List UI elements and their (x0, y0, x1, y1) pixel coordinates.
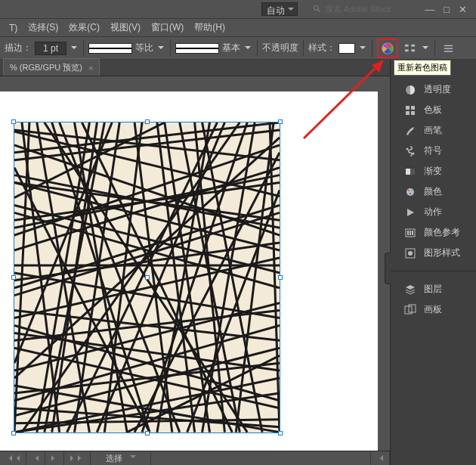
workspace-switcher[interactable]: 自动 (261, 2, 298, 16)
artboard[interactable] (0, 91, 378, 454)
menu-view[interactable]: 视图(V) (106, 20, 145, 36)
brush-icon (404, 125, 416, 137)
svg-line-1 (318, 10, 320, 12)
artboards-icon (404, 304, 416, 316)
panel-transparency[interactable]: 透明度 (391, 79, 476, 100)
status-tool[interactable]: 选择 (91, 451, 151, 465)
svg-rect-83 (411, 111, 415, 115)
handle-mr[interactable] (278, 275, 283, 280)
svg-rect-3 (404, 45, 408, 47)
handle-ml[interactable] (11, 275, 16, 280)
stroke-weight-drop[interactable] (70, 42, 79, 54)
graphic-style-drop[interactable] (358, 42, 367, 54)
menu-lines-icon (443, 42, 454, 54)
svg-rect-80 (406, 106, 410, 110)
profile-swatch[interactable] (88, 43, 132, 54)
control-bar: 描边： 1 pt 等比 基本 不透明度 样式： (0, 37, 476, 60)
stroke-label: 描边： (5, 42, 32, 54)
handle-tm[interactable] (145, 119, 150, 124)
panel-layers[interactable]: 图层 (391, 279, 476, 299)
nav-next[interactable] (45, 451, 64, 465)
graphic-style-swatch[interactable] (338, 43, 355, 54)
svg-point-97 (408, 251, 413, 256)
align-button[interactable] (401, 40, 418, 57)
handle-bm[interactable] (145, 431, 150, 436)
canvas-area[interactable] (0, 76, 390, 451)
graphic-styles-icon (404, 247, 416, 259)
panel-color[interactable]: 颜色 (391, 181, 476, 202)
window-controls: — □ ✕ (425, 4, 471, 15)
profile-label: 等比 (135, 42, 153, 54)
handle-tr[interactable] (278, 119, 283, 124)
document-tab-label: % (RGB/GPU 预览) (10, 62, 82, 73)
color-wheel-icon (381, 42, 394, 55)
svg-point-91 (410, 193, 411, 194)
profile-drop[interactable] (156, 42, 165, 54)
color-icon (404, 186, 416, 198)
menu-type[interactable]: T) (5, 21, 22, 35)
document-tab[interactable]: % (RGB/GPU 预览) × (3, 58, 100, 76)
play-icon (404, 206, 416, 219)
close-button[interactable]: ✕ (459, 4, 467, 15)
svg-point-85 (413, 152, 415, 154)
recolor-artwork-button[interactable] (377, 39, 398, 58)
maximize-button[interactable]: □ (444, 4, 450, 15)
menu-bar: T) 选择(S) 效果(C) 视图(V) 窗口(W) 帮助(H) (0, 19, 476, 37)
panel-menu-button[interactable] (440, 40, 456, 57)
panel-gradient[interactable]: 渐变 (391, 161, 476, 181)
panel-symbols[interactable]: 符号 (391, 141, 476, 161)
svg-point-89 (408, 190, 410, 191)
svg-point-0 (314, 6, 319, 11)
tab-close-button[interactable]: × (88, 64, 93, 73)
panel-collapse-handle[interactable] (385, 253, 391, 284)
menu-effect[interactable]: 效果(C) (64, 20, 104, 36)
symbol-icon (404, 145, 416, 157)
transparency-icon (404, 84, 416, 96)
search-stock[interactable]: 搜索 Adobe Stock (313, 4, 391, 15)
minimize-button[interactable]: — (425, 4, 434, 15)
svg-rect-87 (406, 169, 410, 175)
opacity-label[interactable]: 不透明度 (262, 42, 298, 54)
status-bar: 选择 (0, 451, 390, 465)
selection-bounding-box[interactable] (14, 122, 280, 433)
search-icon (313, 5, 322, 14)
panel-color-guide[interactable]: 颜色参考 (391, 222, 476, 243)
brush-swatch[interactable] (175, 43, 219, 54)
panel-swatches[interactable]: 色板 (391, 100, 476, 120)
brush-label: 基本 (222, 42, 240, 54)
color-guide-icon (404, 227, 416, 239)
panel-actions[interactable]: 动作 (391, 202, 476, 222)
stroke-weight-input[interactable]: 1 pt (35, 42, 66, 55)
nav-last[interactable] (64, 451, 91, 465)
svg-point-90 (411, 190, 413, 191)
svg-rect-9 (444, 51, 452, 51)
graphic-style-label: 样式： (308, 42, 335, 54)
scroll-left[interactable] (371, 451, 390, 465)
recolor-tooltip: 重新着色图稿 (394, 60, 451, 76)
title-bar: 自动 搜索 Adobe Stock — □ ✕ (0, 0, 476, 19)
svg-rect-94 (410, 231, 411, 235)
right-panel-dock: 重新着色图稿 透明度 色板 画笔 符号 渐变 颜色 动作 颜色参考 (390, 60, 476, 465)
panel-brushes[interactable]: 画笔 (391, 120, 476, 141)
gradient-icon (404, 166, 416, 178)
svg-rect-4 (404, 49, 408, 51)
handle-bl[interactable] (11, 431, 16, 436)
align-icon (404, 42, 416, 54)
svg-point-84 (406, 147, 409, 150)
nav-first[interactable] (0, 451, 26, 465)
handle-br[interactable] (278, 431, 283, 436)
brush-drop[interactable] (243, 42, 252, 54)
menu-window[interactable]: 窗口(W) (147, 20, 188, 36)
handle-tl[interactable] (11, 119, 16, 124)
panel-artboards[interactable]: 画板 (391, 299, 476, 320)
svg-rect-6 (411, 49, 415, 51)
svg-rect-8 (444, 48, 452, 49)
svg-rect-93 (407, 231, 409, 235)
nav-prev[interactable] (26, 451, 45, 465)
panel-graphic-styles[interactable]: 图形样式 (391, 243, 476, 263)
menu-help[interactable]: 帮助(H) (190, 20, 230, 36)
menu-select[interactable]: 选择(S) (23, 20, 63, 36)
svg-rect-81 (411, 106, 415, 110)
align-drop[interactable] (421, 42, 430, 54)
handle-center[interactable] (145, 275, 150, 280)
